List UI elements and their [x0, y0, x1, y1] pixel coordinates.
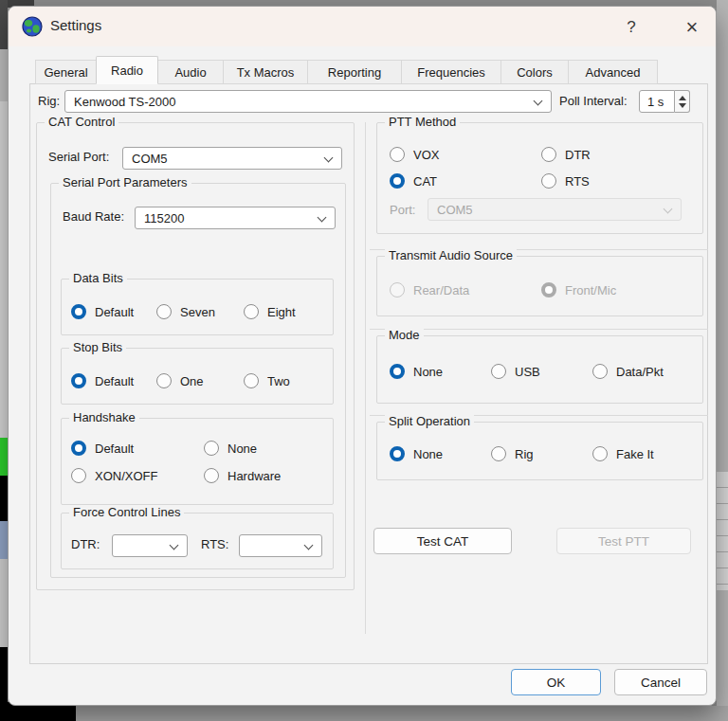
- background-strip-right: [717, 0, 728, 721]
- radio-label: DTR: [565, 148, 591, 162]
- spin-up-icon[interactable]: [679, 96, 686, 100]
- rts-combobox[interactable]: [239, 534, 322, 557]
- radio-label: None: [413, 365, 443, 379]
- ok-button[interactable]: OK: [511, 669, 601, 695]
- radio-tx-audio-rear-data: Rear/Data: [390, 281, 469, 298]
- baud-rate-value: 115200: [144, 211, 184, 225]
- ptt-port-value: COM5: [437, 203, 473, 217]
- test-ptt-button: Test PTT: [556, 528, 691, 554]
- radio-indicator: [390, 364, 405, 379]
- tab-general[interactable]: General: [35, 60, 97, 84]
- tab-radio[interactable]: Radio: [96, 56, 158, 84]
- radio-split-none[interactable]: None: [390, 445, 443, 462]
- radio-ptt-cat[interactable]: CAT: [390, 172, 437, 189]
- radio-label: Rig: [515, 447, 534, 461]
- radio-indicator: [592, 364, 608, 379]
- group-mode: Mode None USB Data/Pkt: [376, 335, 703, 404]
- rig-combobox[interactable]: Kenwood TS-2000: [64, 90, 552, 113]
- radio-label: Default: [95, 374, 134, 388]
- radio-label: Hardware: [228, 469, 281, 483]
- radio-indicator: [541, 173, 556, 189]
- group-stop-bits: Stop Bits Default One Two: [61, 348, 334, 405]
- radio-handshake-xonxoff[interactable]: XON/XOFF: [71, 467, 157, 484]
- radio-label: Eight: [267, 305, 296, 319]
- tab-audio[interactable]: Audio: [157, 60, 224, 84]
- tab-colors[interactable]: Colors: [500, 60, 569, 84]
- radio-handshake-hardware[interactable]: Hardware: [204, 467, 281, 484]
- radio-tab-pane: Rig: Kenwood TS-2000 Poll Interval: 1 s …: [29, 83, 708, 664]
- tab-tx-macros[interactable]: Tx Macros: [223, 60, 308, 84]
- radio-indicator: [204, 441, 219, 456]
- spin-down-icon[interactable]: [679, 103, 686, 108]
- radio-indicator: [541, 282, 556, 297]
- chevron-down-icon: [304, 541, 314, 550]
- radio-ptt-dtr[interactable]: DTR: [541, 146, 591, 163]
- serial-port-value: COM5: [132, 152, 168, 166]
- radio-data-bits-seven[interactable]: Seven: [156, 303, 215, 320]
- radio-data-bits-default[interactable]: Default: [71, 303, 134, 320]
- radio-indicator: [390, 147, 405, 162]
- tab-frequencies[interactable]: Frequencies: [401, 60, 501, 84]
- radio-handshake-none[interactable]: None: [204, 440, 257, 457]
- radio-split-fake-it[interactable]: Fake It: [592, 445, 654, 462]
- radio-label: None: [228, 442, 257, 456]
- group-data-bits: Data Bits Default Seven Eight: [61, 279, 334, 335]
- chevron-down-icon: [318, 213, 327, 223]
- background-strip-left-3: [0, 101, 8, 438]
- radio-indicator: [491, 446, 506, 461]
- chevron-down-icon: [534, 97, 543, 106]
- dtr-combobox[interactable]: [112, 534, 188, 557]
- radio-mode-data-pkt[interactable]: Data/Pkt: [592, 363, 664, 380]
- radio-mode-none[interactable]: None: [390, 363, 443, 380]
- baud-rate-combobox[interactable]: 115200: [135, 207, 336, 229]
- poll-interval-value: 1 s: [639, 90, 675, 113]
- radio-stop-bits-two[interactable]: Two: [244, 372, 290, 389]
- radio-handshake-default[interactable]: Default: [71, 440, 134, 457]
- radio-label: RTS: [565, 174, 590, 189]
- radio-label: Two: [267, 374, 290, 388]
- group-title: CAT Control: [45, 115, 118, 129]
- radio-label: XON/XOFF: [95, 469, 157, 483]
- background-strip-left-1: [0, 0, 8, 49]
- radio-indicator: [71, 304, 86, 319]
- radio-split-rig[interactable]: Rig: [491, 445, 534, 462]
- serial-port-combobox[interactable]: COM5: [122, 147, 342, 170]
- radio-ptt-rts[interactable]: RTS: [541, 172, 590, 189]
- rig-label: Rig:: [38, 94, 60, 108]
- window-title: Settings: [50, 17, 101, 33]
- column-divider: [365, 122, 366, 634]
- radio-indicator: [491, 364, 506, 379]
- radio-ptt-vox[interactable]: VOX: [390, 146, 439, 163]
- rts-label: RTS:: [201, 537, 228, 551]
- radio-label: None: [413, 447, 443, 461]
- radio-stop-bits-one[interactable]: One: [156, 372, 204, 389]
- radio-label: VOX: [413, 148, 439, 162]
- poll-interval-label: Poll Interval:: [559, 94, 628, 108]
- radio-label: USB: [515, 365, 540, 379]
- group-title: Data Bits: [69, 271, 127, 285]
- app-globe-icon: [22, 16, 43, 37]
- cancel-button[interactable]: Cancel: [614, 669, 707, 695]
- dtr-label: DTR:: [71, 537, 100, 551]
- radio-label: Data/Pkt: [616, 365, 664, 379]
- titlebar: Settings ? ×: [9, 7, 716, 46]
- help-button[interactable]: ?: [615, 14, 647, 40]
- radio-stop-bits-default[interactable]: Default: [71, 372, 134, 389]
- background-strip-left-green: [0, 438, 8, 476]
- poll-interval-spinbox[interactable]: 1 s: [639, 90, 690, 113]
- radio-data-bits-eight[interactable]: Eight: [244, 303, 296, 320]
- radio-label: Default: [95, 442, 134, 456]
- tab-reporting[interactable]: Reporting: [307, 60, 402, 84]
- radio-indicator: [592, 446, 608, 461]
- group-title: Force Control Lines: [69, 505, 184, 519]
- spinner-arrows[interactable]: [675, 90, 690, 113]
- group-split-operation: Split Operation None Rig Fake It: [376, 422, 703, 480]
- radio-label: CAT: [413, 174, 437, 189]
- close-button[interactable]: ×: [676, 14, 708, 40]
- tab-strip: General Radio Audio Tx Macros Reporting …: [35, 56, 657, 84]
- tab-advanced[interactable]: Advanced: [568, 60, 658, 84]
- radio-mode-usb[interactable]: USB: [491, 363, 540, 380]
- test-cat-button[interactable]: Test CAT: [373, 528, 512, 554]
- serial-port-label: Serial Port:: [48, 150, 109, 164]
- group-ptt-method: PTT Method VOX DTR CAT RTS Port: COM5: [376, 122, 703, 234]
